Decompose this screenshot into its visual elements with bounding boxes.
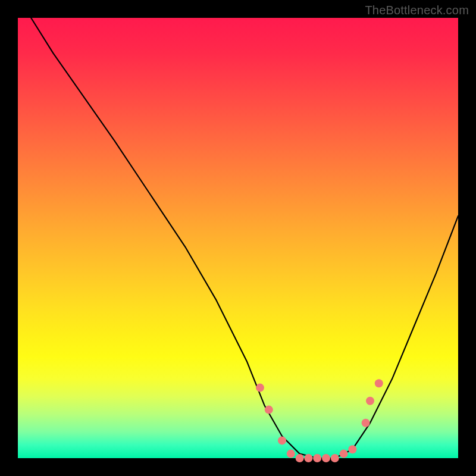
plot-area — [18, 18, 458, 458]
curve-marker — [265, 406, 273, 414]
curve-marker — [331, 454, 339, 462]
chart-stage: TheBottleneck.com — [0, 0, 476, 476]
curve-marker — [296, 454, 304, 462]
curve-marker — [313, 454, 321, 462]
curve-marker — [362, 419, 370, 427]
chart-svg — [18, 18, 458, 458]
curve-marker — [278, 436, 286, 444]
curve-marker — [348, 445, 356, 453]
curve-marker — [340, 450, 348, 458]
curve-marker — [366, 397, 374, 405]
curve-marker — [322, 454, 330, 462]
curve-marker — [304, 454, 312, 462]
bottleneck-curve — [31, 18, 458, 458]
curve-marker — [287, 450, 295, 458]
watermark-text: TheBottleneck.com — [365, 4, 469, 17]
curve-marker — [375, 379, 383, 387]
marker-layer — [256, 379, 383, 462]
curve-marker — [256, 384, 264, 392]
